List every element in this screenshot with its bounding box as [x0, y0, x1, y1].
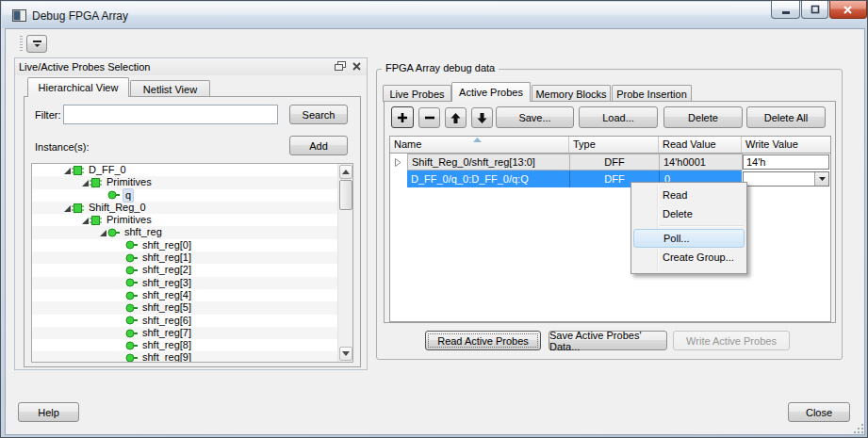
row-expander-icon[interactable] — [395, 158, 401, 167]
port-icon — [125, 352, 138, 363]
help-button[interactable]: Help — [18, 402, 79, 422]
port-icon — [125, 315, 138, 326]
port-icon — [107, 189, 120, 201]
load-button[interactable]: Load... — [579, 106, 658, 128]
tree-item[interactable]: shft_reg[1] — [32, 251, 338, 264]
tree-item[interactable]: q — [32, 189, 338, 202]
tree-item[interactable]: shft_reg[8] — [32, 339, 338, 351]
close-panel-icon[interactable] — [352, 61, 362, 72]
add-button[interactable]: Add — [289, 136, 348, 155]
tree-item[interactable]: Primitives — [32, 214, 338, 226]
maximize-button[interactable] — [801, 1, 828, 19]
cell-name[interactable]: Shift_Reg_0/shft_reg[13:0] — [407, 154, 570, 170]
sort-indicator-icon — [473, 138, 482, 142]
close-button[interactable] — [829, 1, 867, 19]
tree-item[interactable]: shft_reg[3] — [32, 277, 338, 289]
tab-memory-blocks[interactable]: Memory Blocks — [532, 85, 611, 102]
save-button[interactable]: Save... — [496, 106, 574, 128]
expander-spacer — [116, 240, 125, 250]
expander-icon[interactable] — [80, 178, 90, 187]
expander-icon[interactable] — [80, 216, 90, 225]
tree-item[interactable]: shft_reg[5] — [32, 301, 338, 314]
resize-grip[interactable] — [853, 423, 864, 434]
port-icon — [125, 265, 138, 276]
add-probe-button[interactable] — [391, 106, 414, 128]
cell-read-value[interactable]: 14'h0001 — [659, 154, 743, 170]
scroll-thumb[interactable] — [339, 180, 352, 210]
search-button-label: Search — [303, 109, 336, 121]
tree-item[interactable]: Primitives — [32, 176, 338, 188]
save-active-probes-data-button[interactable]: Save Active Probes' Data... — [549, 331, 667, 350]
column-header-type[interactable]: Type — [569, 137, 659, 154]
read-active-probes-button[interactable]: Read Active Probes — [425, 331, 541, 350]
float-panel-icon[interactable] — [335, 61, 347, 72]
tree-item[interactable]: shft_reg[2] — [32, 264, 338, 276]
delete-button[interactable]: Delete — [663, 106, 743, 128]
combo-dropdown-button[interactable] — [814, 172, 828, 186]
tab-netlist-view[interactable]: Netlist View — [130, 80, 210, 97]
close-dialog-button[interactable]: Close — [788, 402, 850, 422]
minus-icon — [424, 116, 435, 120]
delete-all-button[interactable]: Delete All — [746, 106, 826, 128]
title-bar[interactable]: Debug FPGA Array — [2, 2, 866, 28]
column-header-label: Write Value — [745, 138, 798, 150]
tab-label: Live Probes — [389, 89, 444, 100]
menu-item-read[interactable]: Read — [631, 186, 746, 204]
cell-name-selected[interactable]: D_FF_0/q_0:D_FF_0/q:Q — [407, 170, 569, 187]
tab-hierarchical-view[interactable]: Hierarchical View — [27, 77, 129, 97]
tab-live-probes[interactable]: Live Probes — [383, 85, 451, 102]
remove-probe-button[interactable] — [418, 107, 440, 128]
cell-type[interactable]: DFF — [569, 154, 660, 170]
app-icon — [12, 9, 26, 22]
module-icon — [90, 177, 102, 188]
tab-label: Netlist View — [143, 84, 197, 95]
write-active-probes-button[interactable]: Write Active Probes — [673, 331, 790, 350]
menu-item-delete[interactable]: Delete — [631, 204, 746, 223]
tree-item-label: shft_reg[2] — [140, 264, 193, 276]
tree-item[interactable]: shft_reg[9] — [32, 351, 338, 363]
expander-icon[interactable] — [62, 166, 72, 175]
expander-icon[interactable] — [98, 228, 107, 237]
write-value-input[interactable] — [743, 154, 829, 170]
expander-spacer — [116, 291, 125, 300]
port-icon — [125, 239, 138, 251]
filter-toolbar-button[interactable] — [26, 35, 47, 53]
tree-item[interactable]: shft_reg[6] — [32, 315, 338, 327]
search-button[interactable]: Search — [289, 105, 348, 124]
minimize-button[interactable] — [771, 1, 800, 19]
debug-fpga-array-window: Debug FPGA Array Live/Active Probes Sele… — [0, 0, 868, 438]
arrow-down-icon — [342, 351, 350, 356]
tab-label: Probe Insertion — [616, 89, 687, 100]
active-probes-table: Name Type Read Value Write Value Shift_R… — [389, 136, 831, 322]
toolbar-drag-handle[interactable] — [20, 36, 23, 53]
column-header-write-value[interactable]: Write Value — [742, 137, 830, 154]
tree-item[interactable]: shft_reg[0] — [32, 239, 338, 251]
menu-item-create-group[interactable]: Create Group... — [631, 248, 746, 267]
tab-probe-insertion[interactable]: Probe Insertion — [612, 85, 692, 102]
tree-item[interactable]: D_FF_0 — [32, 164, 338, 176]
tree-scrollbar[interactable] — [337, 164, 352, 362]
column-header-name[interactable]: Name — [390, 137, 569, 154]
tree-item[interactable]: shft_reg[4] — [32, 289, 338, 301]
tree-item[interactable]: shft_reg — [32, 226, 338, 238]
tree-item-label: shft_reg[4] — [140, 289, 193, 301]
port-icon — [125, 340, 138, 351]
filter-input[interactable] — [63, 105, 278, 124]
tab-active-probes[interactable]: Active Probes — [451, 82, 531, 102]
menu-item-label: Create Group... — [663, 251, 734, 263]
tree-item[interactable]: Shift_Reg_0 — [32, 202, 338, 214]
menu-item-label: Poll... — [663, 233, 690, 244]
group-title: FPGA Array debug data — [382, 62, 499, 73]
move-up-button[interactable] — [445, 107, 467, 128]
column-header-read-value[interactable]: Read Value — [659, 137, 742, 154]
move-down-button[interactable] — [471, 107, 493, 128]
expander-icon[interactable] — [62, 203, 72, 213]
arrow-up-icon — [450, 113, 461, 123]
menu-item-poll[interactable]: Poll... — [633, 229, 745, 248]
dock-title-bar[interactable]: Live/Active Probes Selection — [15, 58, 367, 75]
scroll-up-button[interactable] — [339, 165, 352, 179]
scroll-down-button[interactable] — [339, 347, 352, 361]
load-button-label: Load... — [602, 112, 634, 123]
tree-item[interactable]: shft_reg[7] — [32, 327, 338, 339]
write-value-combobox[interactable] — [743, 171, 829, 187]
